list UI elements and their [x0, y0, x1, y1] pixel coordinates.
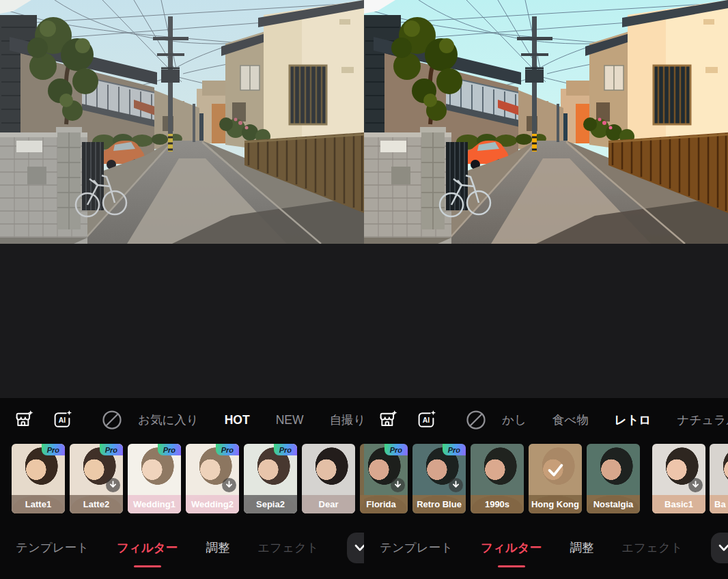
- filter-card-florida[interactable]: Pro Florida: [364, 444, 408, 513]
- filter-name: Nostalgia: [587, 495, 640, 513]
- pro-badge: Pro: [443, 444, 466, 455]
- filter-card-sepia2[interactable]: Pro Sepia2: [244, 444, 297, 513]
- filter-card-hong-kong[interactable]: Hong Kong: [529, 444, 582, 513]
- tab-effect[interactable]: エフェクト: [257, 539, 319, 556]
- pro-badge: Pro: [384, 444, 408, 455]
- effects-store-button[interactable]: [378, 410, 398, 430]
- pro-badge: Pro: [158, 444, 181, 455]
- ai-effects-icon: AI: [416, 410, 436, 430]
- download-arrow-icon: [688, 478, 703, 492]
- checkmark-icon: [544, 458, 567, 481]
- svg-text:AI: AI: [423, 416, 430, 424]
- tab-adjust[interactable]: 調整: [570, 539, 593, 556]
- street-scene-illustration-filtered: [364, 0, 728, 244]
- download-arrow-icon: [222, 478, 236, 492]
- filter-name: Sepia2: [244, 495, 297, 513]
- collapse-panel-button[interactable]: [347, 533, 364, 563]
- pro-badge: Pro: [274, 444, 297, 455]
- category-tab-kashi[interactable]: かし: [502, 412, 527, 428]
- filter-name: 1990s: [471, 495, 524, 513]
- download-arrow-icon: [449, 478, 463, 492]
- filter-panel: AI お気に入り HOT NEW 自撮り Pro: [0, 398, 728, 579]
- no-filter-button[interactable]: [466, 410, 486, 430]
- selected-overlay: [529, 444, 582, 495]
- effects-store-button[interactable]: [14, 410, 34, 430]
- pro-badge: Pro: [100, 444, 123, 455]
- download-arrow-icon: [106, 478, 120, 492]
- photo-before[interactable]: [0, 0, 364, 244]
- filter-name: Ba: [710, 495, 728, 513]
- filter-card-partial[interactable]: Ba: [710, 444, 728, 513]
- no-filter-icon: [102, 410, 122, 430]
- filter-name: Latte1: [12, 495, 65, 513]
- filter-name: Retro Blue: [412, 495, 466, 513]
- filter-name: Latte2: [70, 495, 123, 513]
- filter-card-wedding2[interactable]: Pro Wedding2: [186, 444, 239, 513]
- tab-filter[interactable]: フィルター: [481, 539, 542, 556]
- chevron-down-icon: [715, 539, 728, 556]
- tab-effect[interactable]: エフェクト: [621, 539, 683, 556]
- ai-effects-button[interactable]: AI: [52, 410, 72, 430]
- canvas-strip: +: [0, 244, 728, 398]
- category-tab-favorites[interactable]: お気に入り: [138, 412, 199, 428]
- photo-after[interactable]: [364, 0, 728, 244]
- filter-name: Wedding2: [186, 495, 239, 513]
- filter-card-nostalgia[interactable]: Nostalgia: [587, 444, 640, 513]
- category-row: AI かし 食べ物 レトロ ナチュラル: [364, 406, 728, 434]
- category-row: AI お気に入り HOT NEW 自撮り: [0, 406, 364, 434]
- pro-badge: Pro: [42, 444, 65, 455]
- svg-text:AI: AI: [59, 416, 66, 424]
- tab-filter[interactable]: フィルター: [117, 539, 178, 556]
- filter-card-1990s[interactable]: 1990s: [471, 444, 524, 513]
- tab-adjust[interactable]: 調整: [206, 539, 229, 556]
- effects-store-icon: [14, 410, 34, 430]
- category-tab-natural[interactable]: ナチュラル: [677, 412, 728, 428]
- editor-panel-right: AI かし 食べ物 レトロ ナチュラル Pro: [364, 398, 728, 579]
- filter-card-wedding1[interactable]: Pro Wedding1: [128, 444, 181, 513]
- ai-effects-icon: AI: [52, 410, 72, 430]
- editor-panel-left: AI お気に入り HOT NEW 自撮り Pro: [0, 398, 364, 579]
- collapse-panel-button[interactable]: [711, 533, 728, 563]
- category-tab-food[interactable]: 食べ物: [552, 412, 589, 428]
- chevron-down-icon: [351, 539, 364, 556]
- pro-badge: Pro: [216, 444, 239, 455]
- filter-name: Hong Kong: [529, 495, 582, 513]
- filter-name: Basic1: [652, 495, 705, 513]
- category-tab-retro[interactable]: レトロ: [615, 412, 652, 428]
- bottom-tab-row: テンプレート フィルター 調整 エフェクト: [0, 532, 364, 563]
- tab-template[interactable]: テンプレート: [380, 539, 453, 556]
- filter-card-retro-blue[interactable]: Pro Retro Blue: [412, 444, 466, 513]
- filter-name: Wedding1: [128, 495, 181, 513]
- category-tab-new[interactable]: NEW: [276, 413, 304, 427]
- no-filter-icon: [466, 410, 486, 430]
- category-tab-selfie[interactable]: 自撮り: [330, 412, 364, 428]
- filter-card-latte1[interactable]: Pro Latte1: [12, 444, 65, 513]
- category-tab-hot[interactable]: HOT: [225, 413, 250, 427]
- bottom-tab-row: テンプレート フィルター 調整 エフェクト: [364, 532, 728, 563]
- effects-store-icon: [378, 410, 398, 430]
- no-filter-button[interactable]: [102, 410, 122, 430]
- tab-template[interactable]: テンプレート: [16, 539, 89, 556]
- download-arrow-icon: [391, 478, 405, 492]
- filter-card-latte2[interactable]: Pro Latte2: [70, 444, 123, 513]
- filter-card-basic1[interactable]: Basic1: [652, 444, 705, 513]
- filter-name: Dear: [302, 495, 355, 513]
- filter-card-dear[interactable]: Dear: [302, 444, 355, 513]
- photo-editor-comparison: +: [0, 0, 728, 579]
- ai-effects-button[interactable]: AI: [416, 410, 436, 430]
- filter-name: Florida: [364, 495, 408, 513]
- street-scene-illustration: [0, 0, 364, 244]
